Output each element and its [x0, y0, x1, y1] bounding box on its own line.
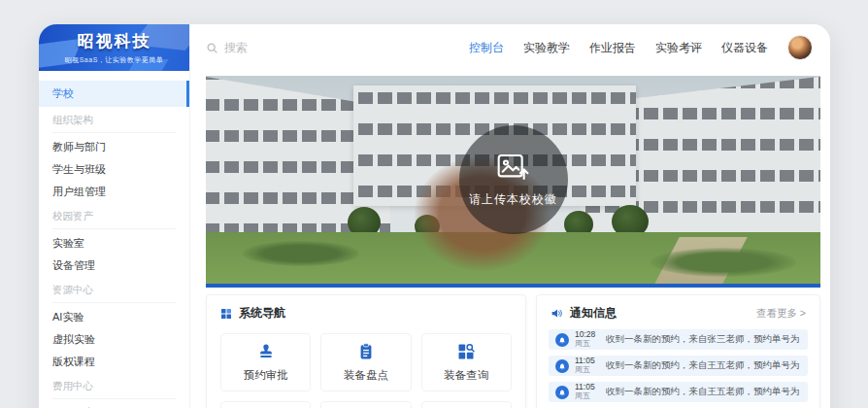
search-box[interactable]: [206, 41, 370, 54]
notifications-header: 通知信息 查看更多 >: [537, 295, 819, 329]
brand-logo: 昭视科技 昭视SaaS，让实验教学更简单: [39, 24, 189, 71]
clipboard-icon: [356, 342, 376, 361]
header-nav: 控制台 实验教学 作业报告 实验考评 仪器设备: [469, 35, 830, 60]
nav-card-label: 装备盘点: [344, 368, 388, 383]
view-more-link[interactable]: 查看更多 >: [756, 307, 806, 321]
sidebar-item-teachers-depts[interactable]: 教师与部门: [39, 136, 189, 158]
notification-item[interactable]: 10:28 周五 收到一条新的预约，来自张三老师，预约单号为：Y-0044，请尽…: [549, 329, 808, 350]
search-input[interactable]: [224, 41, 370, 54]
nav-card-label: 装备查询: [444, 368, 488, 383]
notification-text: 收到一条新的预约，来自王五老师，预约单号为：Y-0056，请尽快处理。: [606, 359, 801, 372]
search-icon: [206, 42, 218, 54]
sidebar-item-virtual-experiments[interactable]: 虚拟实验: [39, 328, 189, 351]
system-nav-header: 系统导航: [207, 295, 525, 329]
notification-time: 11:05 周五: [575, 357, 600, 374]
notification-time: 10:28 周五: [575, 330, 600, 348]
notification-text: 收到一条新的预约，来自王五老师，预约单号为：Y-0056，请尽快处理。: [606, 386, 801, 398]
grid-search-icon: [456, 342, 476, 361]
sidebar-item-benefits-center[interactable]: 权益中心: [39, 402, 189, 408]
nav-card-inventory[interactable]: 装备盘点: [320, 333, 411, 391]
notification-time: 11:05 周五: [575, 383, 600, 400]
tab-instruments[interactable]: 仪器设备: [721, 40, 768, 56]
tab-homework-reports[interactable]: 作业报告: [589, 40, 636, 56]
nav-card-approval[interactable]: 预约审批: [220, 333, 311, 391]
upload-school-badge-button[interactable]: 请上传本校校徽: [459, 125, 568, 234]
nav-card-partial[interactable]: [320, 401, 411, 408]
sidebar-item-user-groups[interactable]: 用户组管理: [39, 181, 189, 203]
campus-hero-banner: 请上传本校校徽: [206, 76, 820, 288]
top-header: 控制台 实验教学 作业报告 实验考评 仪器设备: [190, 24, 830, 71]
bell-icon: [555, 333, 569, 347]
tab-dashboard[interactable]: 控制台: [469, 40, 504, 56]
system-nav-title: 系统导航: [239, 305, 285, 322]
nav-card-equipment-search[interactable]: 装备查询: [421, 333, 512, 391]
sidebar-menu: 学校 组织架构 教师与部门 学生与班级 用户组管理 校园资产 实验室 设备管理 …: [39, 71, 189, 408]
sidebar-item-students-classes[interactable]: 学生与班级: [39, 158, 189, 181]
brand-tagline: 昭视SaaS，让实验教学更简单: [65, 55, 164, 65]
bell-icon: [555, 386, 569, 399]
app-window: 昭视科技 昭视SaaS，让实验教学更简单 学校 组织架构 教师与部门 学生与班级…: [39, 24, 830, 408]
sidebar-item-ai-experiments[interactable]: AI实验: [39, 306, 189, 328]
sidebar-item-licensed-courses[interactable]: 版权课程: [39, 351, 189, 373]
brand-title: 昭视科技: [78, 30, 151, 52]
nav-card-label: 预约审批: [244, 368, 288, 383]
nav-card-grid: 预约审批 装备盘点: [207, 329, 525, 408]
image-upload-icon: [495, 152, 532, 183]
system-nav-panel: 系统导航 预约审批: [206, 294, 526, 408]
bell-icon: [555, 359, 569, 373]
sidebar: 昭视科技 昭视SaaS，让实验教学更简单 学校 组织架构 教师与部门 学生与班级…: [39, 24, 190, 408]
sidebar-section-campus-assets: 校园资产: [52, 210, 176, 229]
nav-card-partial[interactable]: [220, 401, 311, 408]
tab-experiment-assessment[interactable]: 实验考评: [655, 40, 702, 56]
user-avatar[interactable]: [787, 35, 813, 60]
notification-text: 收到一条新的预约，来自张三老师，预约单号为：Y-0044，请尽快处理。: [606, 333, 801, 346]
grid-icon: [220, 308, 232, 320]
sidebar-item-device-mgmt[interactable]: 设备管理: [39, 255, 189, 277]
notifications-panel: 通知信息 查看更多 > 10:28 周五 收到一条新的预约，来自张三老师，预约单…: [536, 294, 820, 408]
notification-item[interactable]: 11:05 周五 收到一条新的预约，来自王五老师，预约单号为：Y-0056，请尽…: [549, 356, 808, 376]
sidebar-section-org: 组织架构: [52, 114, 176, 133]
upload-hint-label: 请上传本校校徽: [469, 191, 557, 208]
nav-card-partial[interactable]: [421, 401, 512, 408]
notification-list: 10:28 周五 收到一条新的预约，来自张三老师，预约单号为：Y-0044，请尽…: [537, 329, 819, 408]
sidebar-item-labs[interactable]: 实验室: [39, 232, 189, 255]
sidebar-section-billing: 费用中心: [52, 380, 176, 399]
notification-item[interactable]: 11:05 周五 收到一条新的预约，来自王五老师，预约单号为：Y-0056，请尽…: [549, 382, 808, 402]
notifications-title: 通知信息: [570, 305, 617, 322]
speaker-icon: [551, 307, 563, 320]
tab-experiment-teaching[interactable]: 实验教学: [523, 40, 570, 56]
sidebar-item-school[interactable]: 学校: [39, 81, 189, 107]
stamp-icon: [256, 342, 276, 361]
sidebar-section-resources: 资源中心: [52, 284, 176, 303]
